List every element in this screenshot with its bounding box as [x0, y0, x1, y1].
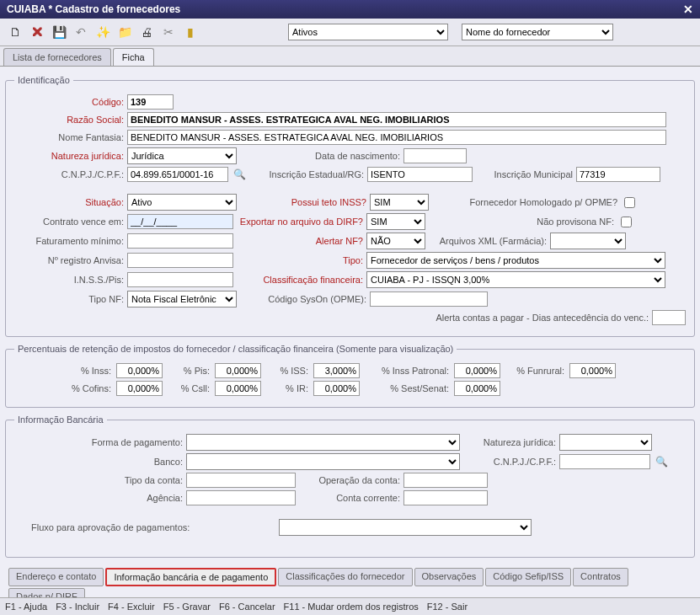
btab-class-fornecedor[interactable]: Classificações do fornecedor	[278, 568, 412, 586]
fluxo-label: Fluxo para aprovação de pagamentos:	[14, 522, 275, 532]
footer-f3: F3 - Incluir	[56, 602, 99, 612]
pct-iss-input	[313, 363, 360, 378]
conta-label: Conta corrente:	[299, 493, 400, 503]
conta-input[interactable]	[403, 490, 488, 505]
razao-input[interactable]	[127, 112, 666, 127]
teto-inss-select[interactable]: SIM	[370, 194, 429, 211]
pct-sest-input	[454, 381, 500, 396]
pct-cofins-input	[116, 381, 163, 396]
codigo-input[interactable]	[127, 94, 174, 110]
natureza-label: Natureza jurídica:	[14, 151, 124, 161]
contrato-input[interactable]	[127, 214, 233, 229]
pct-pis-label: % Pis:	[168, 366, 210, 376]
cnpj-input[interactable]	[127, 167, 228, 182]
new-icon[interactable]: 🗋	[7, 24, 24, 40]
btab-sefip[interactable]: Código Sefip/ISS	[485, 568, 571, 586]
anvisa-input[interactable]	[127, 253, 233, 268]
folder-icon[interactable]: 📁	[116, 24, 133, 40]
fluxo-select[interactable]	[279, 519, 532, 536]
inss-pis-input[interactable]	[127, 272, 233, 287]
pct-ir-input	[313, 381, 360, 396]
fantasia-input[interactable]	[127, 130, 666, 145]
pct-inss-label: % Inss:	[14, 366, 111, 376]
btab-observacoes[interactable]: Observações	[414, 568, 484, 586]
insc-mun-label: Inscrição Municipal	[476, 169, 573, 179]
wand-icon[interactable]: ✨	[94, 24, 111, 40]
forma-pag-select[interactable]	[186, 434, 460, 451]
btab-dados-dirf[interactable]: Dados p/ DIRF	[8, 588, 85, 597]
delete-icon[interactable]: 🗙	[29, 24, 45, 40]
class-fin-label: Classificação financeira:	[237, 275, 363, 285]
tipo-nf-select[interactable]: Nota Fiscal Eletrônic	[127, 291, 237, 308]
cnpj-lookup-icon[interactable]: 🔍	[232, 167, 247, 182]
pct-ir-label: % IR:	[266, 383, 308, 393]
fantasia-label: Nome Fantasia:	[14, 132, 124, 142]
natureza-select[interactable]: Jurídica	[127, 147, 237, 164]
arquivos-xml-label: Arquivos XML (Farmácia):	[429, 236, 547, 246]
btab-endereco[interactable]: Endereço e contato	[8, 568, 104, 586]
filter-field-select[interactable]: Nome do fornecedor	[462, 24, 613, 40]
window-title: CUIABA * Cadastro de fornecedores	[7, 3, 180, 15]
banc-natureza-label: Natureza jurídica:	[463, 437, 556, 447]
pct-inss-patronal-input	[454, 363, 500, 378]
inss-pis-label: I.N.S.S./Pis:	[14, 275, 124, 285]
exportar-dirf-label: Exportar no arquivo da DIRF?	[237, 217, 363, 227]
pct-cofins-label: % Cofins:	[14, 383, 111, 393]
toolbar: 🗋 🗙 💾 ↶ ✨ 📁 🖨 ✂ ▮ Ativos Nome do fornece…	[0, 19, 700, 46]
tipo-label: Tipo:	[237, 255, 363, 265]
arquivos-xml-select[interactable]	[550, 233, 626, 249]
situacao-select[interactable]: Ativo	[127, 194, 237, 211]
footer-f6: F6 - Cancelar	[219, 602, 275, 612]
anvisa-label: Nº registro Anvisa:	[14, 255, 124, 265]
codigo-label: Código:	[14, 97, 124, 107]
agencia-input[interactable]	[186, 490, 296, 505]
contrato-label: Contrato vence em:	[14, 217, 124, 227]
fat-min-input[interactable]	[127, 233, 233, 249]
alerta-contas-label: Alerta contas a pagar - Dias antecedênci…	[435, 313, 649, 323]
legend-identificacao: Identificação	[14, 75, 73, 85]
insc-est-input[interactable]	[367, 167, 473, 182]
undo-icon[interactable]: ↶	[72, 24, 89, 40]
exit-icon[interactable]: ▮	[182, 24, 199, 40]
pct-pis-input	[215, 363, 261, 378]
data-nasc-label: Data de nascimento:	[240, 151, 400, 161]
save-icon[interactable]: 💾	[51, 24, 67, 40]
alerta-contas-input[interactable]	[652, 310, 686, 325]
legend-bancaria: Informação Bancária	[14, 414, 107, 425]
data-nasc-input[interactable]	[403, 148, 467, 163]
homolog-checkbox[interactable]	[624, 197, 635, 208]
footer-f12: F12 - Sair	[427, 602, 468, 612]
insc-mun-input[interactable]	[576, 167, 660, 182]
tipo-select[interactable]: Fornecedor de serviços / bens / produtos	[366, 252, 665, 269]
btab-info-bancaria[interactable]: Informação bancária e de pagamento	[105, 568, 276, 586]
operacao-input[interactable]	[403, 473, 488, 488]
footer-f11: F11 - Mudar ordem dos registros	[284, 602, 419, 612]
close-icon[interactable]: ✕	[683, 3, 693, 16]
tab-ficha[interactable]: Ficha	[113, 48, 154, 66]
tab-lista[interactable]: Lista de fornecedores	[3, 48, 111, 66]
print-icon[interactable]: 🖨	[138, 24, 155, 40]
fieldset-identificacao: Identificação Código: Razão Social: Nome…	[5, 75, 695, 337]
fat-min-label: Faturamento mínimo:	[14, 236, 124, 246]
footer-f1: F1 - Ajuda	[5, 602, 47, 612]
bottom-tabs: Endereço e contato Informação bancária e…	[5, 564, 695, 597]
teto-inss-label: Possui teto INSS?	[240, 197, 366, 207]
pct-funrural-label: % Funrural:	[505, 366, 564, 376]
alertar-nf-select[interactable]: NÃO	[366, 233, 425, 249]
nao-provisiona-checkbox[interactable]	[621, 217, 632, 227]
nao-provisiona-label: Não provisona NF:	[429, 217, 614, 227]
main-tabs: Lista de fornecedores Ficha	[0, 46, 700, 66]
exportar-dirf-select[interactable]: SIM	[366, 213, 425, 230]
tipo-conta-input[interactable]	[186, 473, 296, 488]
banc-natureza-select[interactable]	[559, 434, 652, 451]
btab-contratos[interactable]: Contratos	[573, 568, 628, 586]
codigo-syson-label: Código SysOn (OPME):	[240, 294, 366, 304]
situacao-label: Situação:	[14, 197, 124, 207]
banc-cnpj-input[interactable]	[559, 454, 650, 469]
banco-select[interactable]	[186, 453, 460, 470]
banc-cnpj-lookup-icon[interactable]: 🔍	[654, 454, 669, 469]
codigo-syson-input[interactable]	[370, 291, 488, 307]
class-fin-select[interactable]: CUIABA - PJ - ISSQN 3,00%	[366, 271, 665, 288]
cut-icon[interactable]: ✂	[160, 24, 177, 40]
filter-status-select[interactable]: Ativos	[288, 24, 448, 40]
